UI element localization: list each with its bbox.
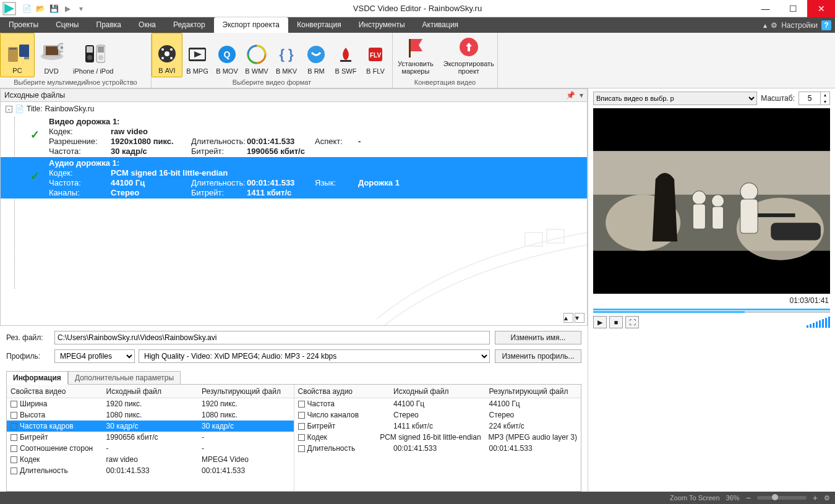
table-row[interactable]: КодекPCM signed 16-bit little-endianMP3 … — [294, 432, 581, 443]
audio-track-block[interactable]: ✓ Аудио дорожка 1: Кодек:PCM signed 16-b… — [1, 157, 587, 199]
menu-tab-1[interactable]: Сцены — [47, 17, 87, 33]
qat-open-icon[interactable]: 📂 — [35, 3, 46, 14]
qat-new-icon[interactable]: 📄 — [21, 3, 32, 14]
menu-tab-2[interactable]: Правка — [88, 17, 131, 33]
device-dvd[interactable]: DVD — [35, 33, 68, 77]
zoom-out-icon[interactable]: − — [746, 493, 751, 503]
table-row[interactable]: Длительность00:01:41.53300:01:41.533 — [294, 443, 581, 454]
svg-text:FLV: FLV — [370, 52, 381, 59]
table-row[interactable]: Частота44100 Гц44100 Гц — [294, 398, 581, 409]
menu-tab-6[interactable]: Конвертация — [288, 17, 350, 33]
spin-down-icon[interactable]: ▾ — [821, 98, 829, 105]
preview-timestamp: 01:03/01:41 — [593, 294, 830, 306]
settings-label[interactable]: Настройки — [781, 21, 818, 30]
pin-panel-icon[interactable]: 📌 — [565, 90, 576, 101]
format--swf[interactable]: В SWF — [331, 33, 361, 77]
menu-tab-5[interactable]: Экспорт проекта — [214, 17, 288, 33]
table-row[interactable]: Ширина1920 пикс.1920 пикс. — [7, 398, 294, 409]
tab-extra[interactable]: Дополнительные параметры — [68, 371, 181, 385]
format--mov[interactable]: QВ MOV — [212, 33, 242, 77]
status-bar: Zoom To Screen 36% − + ⚙ — [0, 492, 835, 504]
scale-spinner[interactable]: ▴▾ — [799, 92, 830, 105]
zoom-in-icon[interactable]: + — [813, 493, 818, 503]
tree-title-row[interactable]: - 📄 Title: RainbowSky.ru — [1, 102, 587, 116]
table-row[interactable]: Соотношение сторон-- — [7, 443, 294, 454]
maximize-button[interactable]: ☐ — [779, 0, 807, 17]
format--flv[interactable]: FLVВ FLV — [361, 33, 390, 77]
format--mpg[interactable]: В MPG — [182, 33, 212, 77]
video-track-block[interactable]: ✓ Видео дорожка 1: Кодек:raw video Разре… — [1, 116, 587, 157]
format--wmv[interactable]: В WMV — [242, 33, 272, 77]
ribbon-group-devices: PCDVDiPhone / iPod Выберите мультимедийн… — [0, 33, 152, 88]
result-file-input[interactable] — [54, 331, 490, 344]
profile-label: Профиль: — [6, 352, 49, 361]
device-iphone-ipod[interactable]: iPhone / iPod — [68, 33, 118, 77]
collapse-icon[interactable]: - — [6, 106, 12, 113]
export-project-button[interactable]: Экспортировать проект — [439, 33, 499, 77]
quick-access-toolbar: 📄 📂 💾 ▶ ▾ — [19, 3, 87, 14]
dropdown-panel-icon[interactable]: ▾ — [576, 90, 587, 101]
volume-indicator[interactable] — [807, 317, 830, 328]
menu-tab-3[interactable]: Окна — [130, 17, 165, 33]
svg-point-48 — [692, 191, 706, 205]
fit-mode-select[interactable]: Вписать видео в выбр. р — [593, 92, 757, 105]
minimize-button[interactable]: — — [751, 0, 779, 17]
flag-icon — [404, 35, 427, 59]
qat-dropdown-icon[interactable]: ▾ — [75, 3, 87, 14]
profile-select[interactable]: MPEG4 profiles — [54, 349, 135, 363]
video-preview[interactable] — [593, 108, 830, 294]
preset-select[interactable]: High Quality - Video: XviD MPEG4; Audio:… — [139, 349, 490, 363]
status-gear-icon[interactable]: ⚙ — [824, 494, 830, 502]
help-icon[interactable]: ? — [821, 20, 831, 30]
window-title: VSDC Video Editor - RainbowSky.ru — [353, 4, 482, 13]
change-name-button[interactable]: Изменить имя... — [495, 331, 581, 344]
menu-tab-0[interactable]: Проекты — [0, 17, 47, 33]
menu-tab-7[interactable]: Инструменты — [350, 17, 414, 33]
titlebar: 📄 📂 💾 ▶ ▾ VSDC Video Editor - RainbowSky… — [0, 0, 835, 17]
table-row[interactable]: Высота1080 пикс.1080 пикс. — [7, 409, 294, 421]
scroll-up-icon[interactable]: ▴ — [563, 313, 573, 323]
play-button[interactable]: ▶ — [593, 316, 607, 328]
menu-tab-8[interactable]: Активация — [414, 17, 468, 33]
convert-caption: Конвертация видео — [393, 77, 497, 88]
table-row[interactable]: Число каналовСтереоСтерео — [294, 409, 581, 421]
svg-rect-45 — [593, 151, 830, 195]
close-button[interactable]: ✕ — [807, 0, 835, 17]
page-icon: 📄 — [15, 105, 24, 113]
format--mkv[interactable]: { }В MKV — [272, 33, 301, 77]
device-pc[interactable]: PC — [0, 33, 35, 77]
format--avi[interactable]: В AVI — [152, 33, 182, 77]
tab-info[interactable]: Информация — [6, 371, 68, 385]
format--rm[interactable]: В RM — [301, 33, 331, 77]
svg-point-18 — [165, 51, 169, 56]
fullscreen-button[interactable]: ⛶ — [625, 316, 639, 328]
change-profile-button[interactable]: Изменить профиль... — [495, 349, 581, 363]
table-row[interactable]: Битрейт1411 кбит/с224 кбит/с — [294, 421, 581, 432]
scale-input[interactable] — [799, 94, 820, 103]
table-row[interactable]: Длительность00:01:41.53300:01:41.533 — [7, 465, 294, 476]
table-row[interactable]: Кодекraw videoMPEG4 Video — [7, 454, 294, 465]
settings-gear-icon[interactable]: ⚙ — [771, 21, 777, 30]
svg-rect-42 — [547, 229, 564, 243]
scroll-down-icon[interactable]: ▾ — [575, 313, 584, 323]
menu-tab-4[interactable]: Редактор — [165, 17, 214, 33]
qat-save-icon[interactable]: 💾 — [48, 3, 59, 14]
source-tree: - 📄 Title: RainbowSky.ru ✓ Видео дорожка… — [0, 102, 588, 326]
source-heading: Исходные файлы — [4, 91, 65, 100]
seek-bar[interactable] — [593, 309, 830, 314]
svg-point-13 — [87, 55, 92, 60]
stop-button[interactable]: ■ — [609, 316, 623, 328]
audio-properties-table: Свойства аудиоИсходный файлРезультирующи… — [294, 385, 581, 491]
spin-up-icon[interactable]: ▴ — [821, 92, 829, 98]
table-row[interactable]: Частота кадров30 кадр/с30 кадр/с — [7, 421, 294, 432]
zoom-slider[interactable] — [757, 496, 807, 500]
svg-marker-0 — [4, 4, 14, 14]
svg-point-50 — [712, 195, 724, 207]
tree-title-prefix: Title: — [27, 105, 43, 113]
source-files-header: Исходные файлы 📌 ▾ — [0, 88, 588, 102]
set-markers-button[interactable]: Установить маркеры — [393, 33, 439, 77]
properties-area: Информация Дополнительные параметры Свой… — [6, 370, 581, 492]
pin-icon[interactable]: ▴ — [763, 21, 767, 30]
table-row[interactable]: Битрейт1990656 кбит/с- — [7, 432, 294, 443]
qat-play-icon[interactable]: ▶ — [62, 3, 73, 14]
